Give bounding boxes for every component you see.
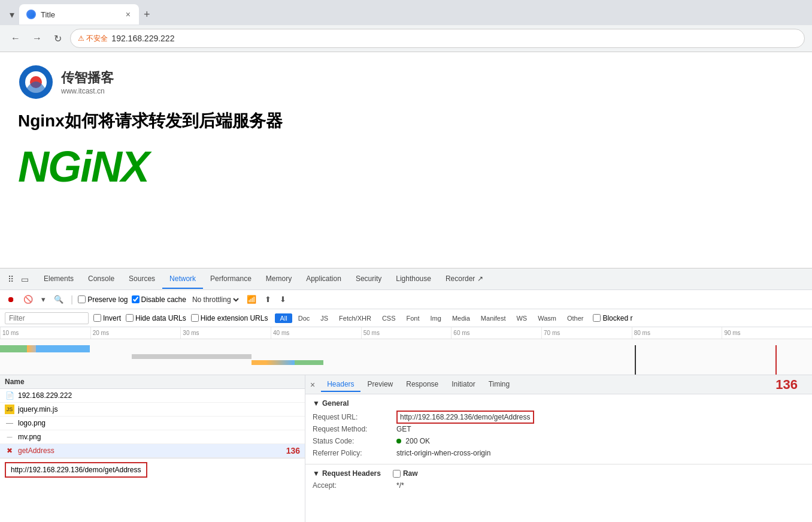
filter-button[interactable]: ▾ (39, 294, 48, 305)
download-icon[interactable]: ⬇ (277, 294, 289, 305)
devtools-panel: ⠿ ▭ Elements Console Sources Network Per… (0, 268, 812, 522)
preserve-log-input[interactable] (78, 295, 86, 303)
network-row-selected[interactable]: ✖ getAddress 136 (0, 444, 305, 458)
wifi-icon[interactable]: 📶 (244, 294, 259, 305)
general-section: ▼ General Request URL: http://192.168.22… (305, 394, 812, 464)
detail-header: × Headers Preview Response Initiator Tim… (305, 375, 812, 394)
timeline-ruler: 10 ms 20 ms 30 ms 40 ms 50 ms 60 ms 70 m… (0, 327, 812, 339)
mark-80ms: 80 ms (632, 327, 722, 339)
tab-network[interactable]: Network (162, 270, 203, 289)
blocked-checkbox[interactable]: Blocked r (593, 314, 632, 322)
close-detail-button[interactable]: × (310, 380, 315, 390)
request-headers-title: ▼ Request Headers Raw (313, 469, 805, 478)
browser-tab[interactable]: Title × (19, 4, 139, 25)
preserve-log-checkbox[interactable]: Preserve log (78, 295, 128, 304)
filter-bar: Invert Hide data URLs Hide extension URL… (0, 309, 812, 327)
filter-other[interactable]: Other (562, 313, 589, 323)
refresh-button[interactable]: ↻ (50, 31, 65, 47)
hide-extension-urls-checkbox[interactable]: Hide extension URLs (191, 314, 268, 322)
filter-doc[interactable]: Doc (293, 313, 315, 323)
detail-tab-headers[interactable]: Headers (321, 378, 360, 392)
disable-cache-input[interactable] (132, 295, 140, 303)
filter-css[interactable]: CSS (377, 313, 401, 323)
filter-input[interactable] (5, 312, 89, 324)
mark-90ms: 90 ms (722, 327, 812, 339)
blocked-input[interactable] (593, 314, 601, 322)
detail-tab-timing[interactable]: Timing (483, 378, 516, 392)
tab-memory[interactable]: Memory (259, 270, 299, 289)
tab-sources[interactable]: Sources (122, 270, 162, 289)
tab-dropdown-btn[interactable]: ▾ (5, 7, 19, 23)
filter-js[interactable]: JS (316, 313, 333, 323)
request-method-value: GET (396, 425, 411, 433)
network-timeline: 10 ms 20 ms 30 ms 40 ms 50 ms 60 ms 70 m… (0, 327, 812, 375)
invert-checkbox[interactable]: Invert (93, 314, 121, 322)
detail-tab-preview[interactable]: Preview (362, 378, 399, 392)
row-name-error: getAddress (18, 446, 281, 455)
row-name: 192.168.229.222 (18, 391, 300, 400)
raw-checkbox[interactable]: Raw (393, 469, 418, 478)
network-row[interactable]: JS jquery.min.js (0, 403, 305, 417)
invert-input[interactable] (93, 314, 101, 322)
logo-brand-name: 传智播客 (61, 69, 114, 87)
network-toolbar: ⏺ 🚫 ▾ 🔍 | Preserve log Disable cache No … (0, 290, 812, 309)
device-toolbar-icon[interactable]: ▭ (18, 273, 32, 286)
detail-panel: × Headers Preview Response Initiator Tim… (305, 375, 812, 522)
network-row[interactable]: — logo.png (0, 417, 305, 430)
tab-security[interactable]: Security (349, 270, 389, 289)
mark-20ms: 20 ms (90, 327, 181, 339)
inspect-element-icon[interactable]: ⠿ (5, 273, 17, 286)
hide-extension-urls-input[interactable] (191, 314, 199, 322)
request-headers-section: ▼ Request Headers Raw Accept: */* (305, 464, 812, 496)
back-button[interactable]: ← (7, 31, 24, 46)
tab-console[interactable]: Console (81, 270, 122, 289)
forward-button[interactable]: → (29, 31, 46, 46)
hide-data-urls-input[interactable] (126, 314, 134, 322)
filter-fetch-xhr[interactable]: Fetch/XHR (334, 313, 376, 323)
filter-ws[interactable]: WS (511, 313, 532, 323)
tab-lighthouse[interactable]: Lighthouse (389, 270, 438, 289)
throttle-select[interactable]: No throttling (190, 295, 241, 304)
upload-icon[interactable]: ⬆ (262, 294, 274, 305)
tab-elements[interactable]: Elements (37, 270, 81, 289)
network-row[interactable]: 📄 192.168.229.222 (0, 389, 305, 403)
mark-70ms: 70 ms (541, 327, 632, 339)
mark-30ms: 30 ms (180, 327, 271, 339)
tab-recorder[interactable]: Recorder ↗ (438, 270, 490, 289)
page-title: Nginx如何将请求转发到后端服务器 (18, 110, 794, 132)
clear-button[interactable]: 🚫 (21, 294, 35, 305)
img-icon: — (5, 418, 14, 428)
filter-all[interactable]: All (275, 313, 292, 323)
raw-input[interactable] (393, 470, 401, 478)
logo-icon (18, 64, 54, 100)
network-row[interactable]: — mv.png (0, 430, 305, 444)
section-arrow: ▼ (313, 399, 320, 408)
stop-recording-button[interactable]: ⏺ (5, 294, 17, 305)
filter-manifest[interactable]: Manifest (476, 313, 511, 323)
new-tab-button[interactable]: + (144, 8, 150, 21)
filter-font[interactable]: Font (402, 313, 425, 323)
disable-cache-checkbox[interactable]: Disable cache (132, 295, 186, 304)
request-url-row: Request URL: http://192.168.229.136/demo… (313, 411, 805, 423)
tab-close-button[interactable]: × (125, 8, 132, 20)
hide-data-urls-checkbox[interactable]: Hide data URLs (126, 314, 186, 322)
network-main: Name 📄 192.168.229.222 JS jquery.min.js … (0, 375, 812, 522)
filter-wasm[interactable]: Wasm (533, 313, 561, 323)
detail-tab-response[interactable]: Response (400, 378, 444, 392)
search-button[interactable]: 🔍 (51, 294, 66, 305)
url-box: http://192.168.229.136/demo/getAddress (5, 462, 147, 478)
address-bar[interactable]: ⚠ 不安全 192.168.229.222 (70, 29, 805, 48)
error-icon: ✖ (5, 446, 14, 455)
request-method-row: Request Method: GET (313, 423, 805, 435)
tab-application[interactable]: Application (299, 270, 349, 289)
filter-img[interactable]: Img (426, 313, 446, 323)
network-request-list: Name 📄 192.168.229.222 JS jquery.min.js … (0, 375, 305, 522)
detail-tab-initiator[interactable]: Initiator (446, 378, 481, 392)
accept-label: Accept: (313, 481, 396, 490)
nginx-logo: NGiNX (18, 142, 794, 191)
filter-media[interactable]: Media (447, 313, 475, 323)
req-headers-arrow: ▼ (313, 469, 320, 478)
logo-text-block: 传智播客 www.itcast.cn (61, 69, 114, 95)
network-list-header: Name (0, 375, 305, 389)
tab-performance[interactable]: Performance (203, 270, 259, 289)
